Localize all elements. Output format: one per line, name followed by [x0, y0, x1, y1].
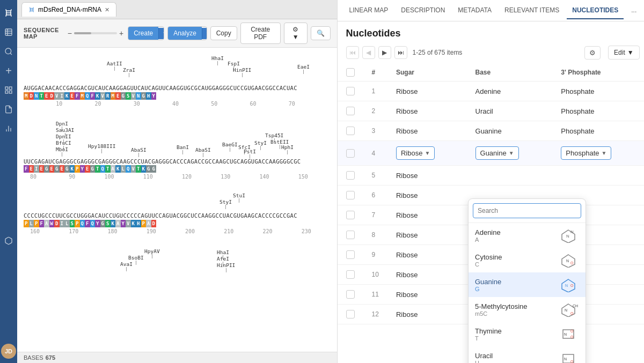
tab-more[interactable]: ...: [626, 2, 642, 19]
5mc-code: m5C: [475, 310, 528, 317]
row-sugar-12: Ribose: [387, 305, 467, 324]
row-num-10: 10: [363, 265, 387, 285]
thymine-name: Thymine: [475, 327, 502, 335]
pagination-next-btn[interactable]: ▶: [378, 46, 391, 59]
row-sugar-4-dropdown[interactable]: Ribose ▼: [387, 141, 467, 166]
phosphate-arrow: ▼: [602, 150, 607, 156]
row-checkbox-4[interactable]: [338, 141, 363, 166]
seq-section-4: HpyAV BsoBI AvaI HhaI AfeI HinPII: [24, 245, 331, 275]
edit-label: Edit: [614, 49, 625, 56]
pagination-info: 1-25 of 675 items: [413, 49, 463, 56]
restriction-label-zrai: ZraI: [123, 67, 135, 77]
tab-nucleotides[interactable]: NUCLEOTIDES: [567, 2, 624, 19]
row-checkbox-9[interactable]: [346, 250, 355, 259]
row-checkbox-5[interactable]: [346, 171, 355, 180]
row-num-3: 3: [363, 121, 387, 141]
filter-btn[interactable]: ⚙: [584, 46, 601, 60]
row-base-5: [467, 166, 553, 186]
dropdown-search-input[interactable]: [473, 203, 581, 218]
restriction-label-aatii: AatII: [107, 61, 122, 71]
row-sugar-9: Ribose: [387, 245, 467, 265]
sidebar-icon-package[interactable]: [0, 232, 17, 249]
restriction-label-eaei: EaeI: [297, 64, 310, 74]
aa-track-2: FEIEGEGEGKPYEGTQTAKLQVTKGG: [24, 165, 331, 173]
pagination-last-btn[interactable]: ⏭: [394, 46, 407, 59]
left-sidebar: + JD: [0, 0, 17, 363]
row-checkbox-2[interactable]: [338, 101, 363, 121]
dna-tab-icon: [28, 6, 35, 13]
tab-close-btn[interactable]: ✕: [105, 6, 109, 13]
restriction-label-hpy188iii: Hpy188III: [88, 143, 115, 153]
tab-linear-map[interactable]: LINEAR MAP: [344, 2, 394, 19]
create-arrow-btn[interactable]: ▼: [158, 28, 164, 39]
row-num-7: 7: [363, 205, 387, 225]
zoom-slider[interactable]: [74, 32, 117, 34]
sidebar-icon-chart[interactable]: [0, 120, 17, 137]
header-sugar: Sugar: [387, 64, 467, 82]
row-sugar-7: Ribose: [387, 205, 467, 225]
row-checkbox-6[interactable]: [346, 191, 355, 199]
table-row: 1 Ribose Adenine Phosphate: [338, 82, 644, 101]
base-arrow: ▼: [509, 150, 514, 156]
search-btn[interactable]: 🔍: [311, 26, 331, 40]
create-pdf-btn[interactable]: Create PDF: [240, 23, 281, 44]
restriction-area-4: HpyAV BsoBI AvaI HhaI AfeI HinPII: [24, 245, 331, 275]
aa-track-3: PLPFAWDILSPQFQYGSKAYVKHPAD: [24, 220, 331, 227]
create-main-btn[interactable]: Create: [128, 27, 158, 40]
sidebar-icon-add[interactable]: +: [0, 62, 17, 79]
header-base: Base: [467, 64, 553, 82]
zoom-minus[interactable]: −: [68, 29, 72, 38]
sidebar-icon-table[interactable]: [0, 24, 17, 41]
pagination-prev-btn[interactable]: ◀: [362, 46, 375, 59]
row-checkbox-8[interactable]: [346, 231, 355, 239]
analyze-split-btn: Analyze ▼: [167, 26, 207, 40]
edit-button[interactable]: Edit ▼: [608, 46, 640, 60]
uracil-molecule-icon: N O: [558, 351, 579, 363]
row-num-2: 2: [363, 101, 387, 121]
dropdown-item-uracil[interactable]: Uracil U N O: [469, 346, 586, 363]
copy-btn[interactable]: Copy: [210, 26, 237, 40]
status-bar: BASES 675: [17, 352, 337, 363]
sugar-dropdown-4[interactable]: Ribose ▼: [396, 146, 435, 160]
pagination-bar: ⏮ ◀ ▶ ⏭ 1-25 of 675 items ⚙ Edit ▼: [338, 43, 644, 64]
row-checkbox-12[interactable]: [346, 310, 355, 318]
tab-relevant-items[interactable]: RELEVANT ITEMS: [499, 2, 565, 19]
analyze-arrow-btn[interactable]: ▼: [202, 28, 207, 39]
restriction-label-hinpii2: HinPII: [217, 262, 235, 272]
row-base-4-dropdown[interactable]: Guanine ▼: [467, 141, 553, 166]
dropdown-item-adenine[interactable]: Adenine A N N: [469, 223, 586, 248]
row-checkbox-7[interactable]: [346, 211, 355, 219]
row-checkbox-11[interactable]: [346, 290, 355, 299]
sidebar-icon-search[interactable]: [0, 43, 17, 60]
row-checkbox-3[interactable]: [338, 121, 363, 141]
pagination-first-btn[interactable]: ⏮: [346, 46, 359, 59]
header-phosphate: 3' Phosphate: [552, 64, 644, 82]
dropdown-item-guanine[interactable]: Guanine G N O: [469, 272, 586, 297]
thymine-molecule-icon: N O O: [558, 326, 579, 342]
settings-btn[interactable]: ⚙ ▼: [284, 23, 308, 44]
sidebar-icon-file[interactable]: [0, 101, 17, 118]
base-dropdown-4[interactable]: Guanine ▼: [475, 146, 519, 160]
sidebar-icon-dna[interactable]: [0, 4, 17, 21]
svg-text:O: O: [570, 261, 574, 265]
table-header: # Sugar Base 3' Phosphate: [338, 64, 644, 82]
svg-text:N: N: [564, 332, 567, 336]
zoom-plus[interactable]: +: [119, 29, 123, 38]
sidebar-icon-grid[interactable]: [0, 82, 17, 99]
dropdown-item-5mc[interactable]: 5-Methylcytosine m5C N O CH₃: [469, 297, 586, 322]
select-all-checkbox[interactable]: [346, 68, 355, 77]
row-checkbox-10[interactable]: [346, 270, 355, 279]
phosphate-dropdown-4[interactable]: Phosphate ▼: [561, 146, 611, 160]
seq-section-1: AatII ZraI HhaI FspI HinPII EaeI AUGGACA…: [24, 52, 331, 107]
row-checkbox-1[interactable]: [338, 82, 363, 101]
analyze-main-btn[interactable]: Analyze: [168, 27, 202, 40]
user-avatar[interactable]: JD: [1, 344, 16, 359]
dropdown-item-thymine[interactable]: Thymine T N O O: [469, 322, 586, 346]
dropdown-item-cytosine[interactable]: Cytosine C N O: [469, 248, 586, 272]
tab-metadata[interactable]: METADATA: [452, 2, 497, 19]
row-phosphate-5: [552, 166, 644, 186]
row-sugar-2: Ribose: [387, 101, 467, 121]
tab-description[interactable]: DESCRIPTION: [396, 2, 450, 19]
row-phosphate-4-dropdown[interactable]: Phosphate ▼: [552, 141, 644, 166]
file-tab[interactable]: mDsRed_DNA-mRNA ✕: [21, 2, 116, 17]
